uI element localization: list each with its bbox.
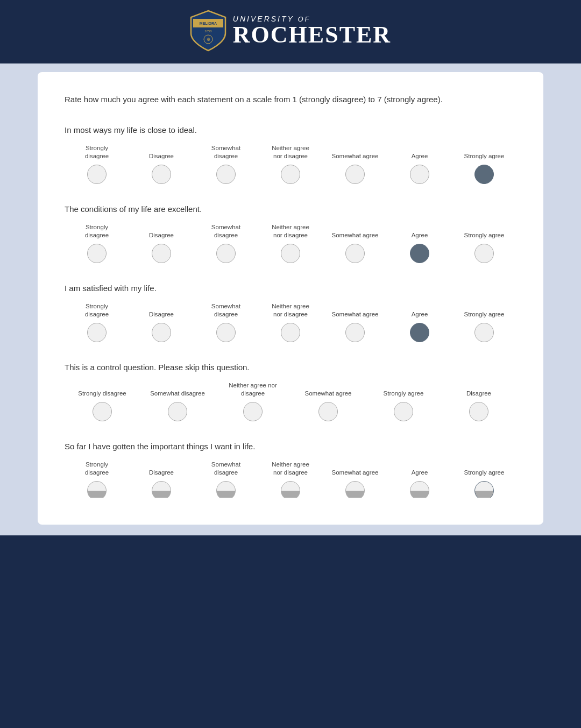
scale-label-5-5: Somewhat agree — [332, 461, 379, 477]
content-area: Rate how much you agree with each statem… — [0, 63, 581, 535]
scale-label-1-2: Disagree — [149, 144, 174, 160]
radio-1-2[interactable] — [152, 165, 171, 184]
radio-5-3[interactable] — [216, 481, 236, 498]
scale-row-2: Stronglydisagree Disagree Somewhatdisagr… — [65, 223, 516, 263]
svg-text:1850: 1850 — [204, 30, 212, 33]
scale-option-3-3: Somewhatdisagree — [194, 302, 258, 342]
header: MELIORA 1850 ⚙ UNIVERSITY of ROCHESTER — [0, 0, 581, 63]
radio-4-6[interactable] — [469, 402, 488, 421]
question-block-5: So far I have gotten the important thing… — [65, 442, 516, 498]
radio-2-7[interactable] — [474, 244, 494, 263]
scale-option-1-6: Agree — [387, 144, 452, 184]
scale-label-2-7: Strongly agree — [464, 223, 505, 239]
university-main-name: ROCHESTER — [233, 23, 391, 47]
radio-4-5[interactable] — [394, 402, 413, 421]
scale-label-2-4: Neither agreenor disagree — [272, 223, 309, 239]
radio-1-3[interactable] — [216, 165, 236, 184]
radio-3-1[interactable] — [87, 323, 107, 342]
radio-2-3[interactable] — [216, 244, 236, 263]
scale-option-5-7: Strongly agree — [452, 461, 516, 498]
scale-label-2-2: Disagree — [149, 223, 174, 239]
scale-option-4-6: Disagree — [441, 381, 516, 421]
radio-5-1[interactable] — [87, 481, 107, 498]
radio-3-2[interactable] — [152, 323, 171, 342]
scale-option-3-1: Stronglydisagree — [65, 302, 129, 342]
radio-1-5[interactable] — [345, 165, 365, 184]
radio-2-5[interactable] — [345, 244, 365, 263]
scale-label-1-1: Stronglydisagree — [85, 144, 109, 160]
scale-label-4-6: Disagree — [466, 381, 491, 398]
scale-option-3-6: Agree — [387, 302, 452, 342]
radio-3-5[interactable] — [345, 323, 365, 342]
radio-1-6[interactable] — [410, 165, 429, 184]
radio-2-4[interactable] — [281, 244, 300, 263]
radio-3-7[interactable] — [474, 323, 494, 342]
scale-label-2-6: Agree — [412, 223, 428, 239]
scale-label-3-3: Somewhatdisagree — [211, 302, 240, 319]
question-block-1: In most ways my life is close to ideal. … — [65, 125, 516, 184]
question-text-5: So far I have gotten the important thing… — [65, 442, 516, 451]
scale-label-4-2: Somewhat disagree — [150, 381, 205, 398]
svg-text:MELIORA: MELIORA — [200, 22, 217, 25]
scale-option-2-4: Neither agreenor disagree — [258, 223, 323, 263]
scale-label-5-3: Somewhatdisagree — [211, 461, 240, 477]
radio-4-4[interactable] — [318, 402, 338, 421]
scale-option-1-1: Stronglydisagree — [65, 144, 129, 184]
question-text-1: In most ways my life is close to ideal. — [65, 125, 516, 135]
radio-1-7[interactable] — [474, 165, 494, 184]
shield-icon: MELIORA 1850 ⚙ — [190, 10, 226, 52]
scale-label-3-6: Agree — [412, 302, 428, 319]
scale-label-5-1: Stronglydisagree — [85, 461, 109, 477]
radio-5-2[interactable] — [152, 481, 171, 498]
radio-3-4[interactable] — [281, 323, 300, 342]
scale-row-3: Stronglydisagree Disagree Somewhatdisagr… — [65, 302, 516, 342]
scale-option-5-2: Disagree — [129, 461, 194, 498]
scale-option-4-3: Neither agree nordisagree — [215, 381, 290, 421]
scale-label-1-6: Agree — [412, 144, 428, 160]
radio-2-6[interactable] — [410, 244, 429, 263]
radio-4-2[interactable] — [168, 402, 187, 421]
scale-label-3-7: Strongly agree — [464, 302, 505, 319]
scale-label-1-5: Somewhat agree — [332, 144, 379, 160]
scale-label-3-1: Stronglydisagree — [85, 302, 109, 319]
radio-2-2[interactable] — [152, 244, 171, 263]
radio-3-3[interactable] — [216, 323, 236, 342]
survey-card: Rate how much you agree with each statem… — [38, 72, 543, 525]
scale-option-4-5: Strongly agree — [366, 381, 441, 421]
question-text-3: I am satisfied with my life. — [65, 284, 516, 293]
scale-label-5-2: Disagree — [149, 461, 174, 477]
scale-option-1-5: Somewhat agree — [323, 144, 387, 184]
radio-4-3[interactable] — [243, 402, 263, 421]
question-block-3: I am satisfied with my life. Stronglydis… — [65, 284, 516, 342]
scale-option-3-5: Somewhat agree — [323, 302, 387, 342]
scale-label-4-5: Strongly agree — [384, 381, 424, 398]
scale-label-4-3: Neither agree nordisagree — [229, 381, 277, 398]
scale-option-1-2: Disagree — [129, 144, 194, 184]
scale-option-5-3: Somewhatdisagree — [194, 461, 258, 498]
radio-5-5[interactable] — [345, 481, 365, 498]
scale-option-5-1: Stronglydisagree — [65, 461, 129, 498]
scale-label-2-3: Somewhatdisagree — [211, 223, 240, 239]
radio-4-1[interactable] — [93, 402, 112, 421]
scale-row-5: Stronglydisagree Disagree Somewhatdisagr… — [65, 461, 516, 498]
scale-option-2-5: Somewhat agree — [323, 223, 387, 263]
radio-1-1[interactable] — [87, 165, 107, 184]
question-block-4: This is a control question. Please skip … — [65, 363, 516, 421]
scale-option-1-4: Neither agreenor disagree — [258, 144, 323, 184]
scale-label-5-6: Agree — [412, 461, 428, 477]
radio-3-6[interactable] — [410, 323, 429, 342]
scale-label-1-7: Strongly agree — [464, 144, 505, 160]
radio-5-6[interactable] — [410, 481, 429, 498]
radio-5-4[interactable] — [281, 481, 300, 498]
scale-label-2-5: Somewhat agree — [332, 223, 379, 239]
radio-5-7[interactable] — [474, 481, 494, 498]
svg-text:⚙: ⚙ — [206, 37, 210, 42]
radio-1-4[interactable] — [281, 165, 300, 184]
scale-option-4-1: Strongly disagree — [65, 381, 140, 421]
scale-option-5-6: Agree — [387, 461, 452, 498]
university-name: UNIVERSITY of ROCHESTER — [233, 15, 391, 47]
radio-2-1[interactable] — [87, 244, 107, 263]
scale-option-1-3: Somewhatdisagree — [194, 144, 258, 184]
logo-area: MELIORA 1850 ⚙ UNIVERSITY of ROCHESTER — [190, 10, 391, 52]
instructions-text: Rate how much you agree with each statem… — [65, 94, 516, 106]
